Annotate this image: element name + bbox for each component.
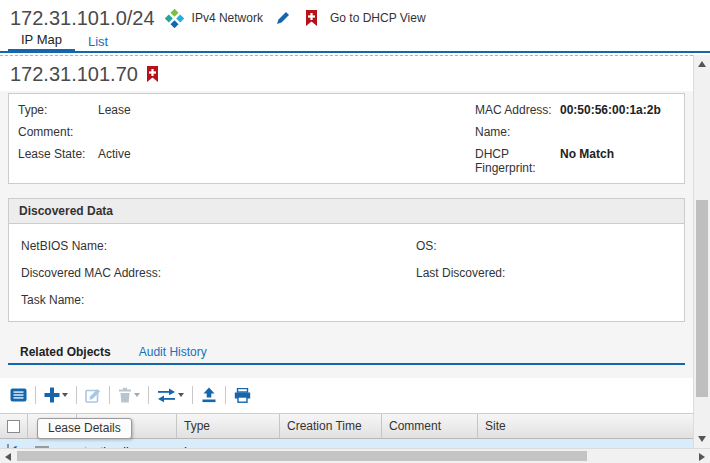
- scroll-down-arrow-icon[interactable]: [698, 436, 706, 442]
- field-value-mac-address: 00:50:56:00:1a:2b: [560, 103, 675, 117]
- main-tab-bar: IP Map List: [0, 30, 710, 53]
- related-tab-bar: Related Objects Audit History: [0, 332, 693, 359]
- add-dropdown-caret[interactable]: [62, 393, 68, 397]
- detail-content-panel: 172.31.101.70 Type: Lease MAC Address: 0…: [0, 55, 693, 448]
- network-type-label: IPv4 Network: [192, 11, 263, 25]
- related-objects-panel: Type Creation Time Comment Site Lease De…: [0, 378, 693, 448]
- toolbar-separator: [192, 386, 193, 404]
- tab-list[interactable]: List: [75, 31, 121, 51]
- tab-ip-map[interactable]: IP Map: [8, 29, 75, 53]
- lease-details-tooltip: Lease Details: [37, 418, 132, 439]
- summary-grid-icon[interactable]: [10, 388, 27, 402]
- field-label-mac-address: MAC Address:: [475, 103, 560, 117]
- discovered-data-header: Discovered Data: [9, 199, 684, 224]
- bookmark-add-icon[interactable]: [146, 66, 159, 83]
- export-icon[interactable]: [201, 387, 217, 403]
- field-label-os: OS:: [416, 239, 437, 253]
- toolbar-separator: [109, 386, 110, 404]
- discovered-data-body: NetBIOS Name: OS: Discovered MAC Address…: [9, 224, 684, 321]
- vertical-scrollbar[interactable]: [693, 55, 710, 448]
- field-label-dhcp-fingerprint: DHCP Fingerprint:: [475, 147, 560, 175]
- select-all-cell: [0, 414, 28, 438]
- related-objects-toolbar: [0, 378, 693, 413]
- edit-icon[interactable]: [85, 387, 101, 403]
- field-label-discovered-mac: Discovered MAC Address:: [21, 266, 161, 280]
- edit-pencil-icon[interactable]: [275, 10, 291, 26]
- page-title: 172.31.101.0/24: [10, 7, 155, 30]
- network-icon: [165, 9, 184, 28]
- tab-related-objects[interactable]: Related Objects: [20, 345, 111, 359]
- swap-dropdown-caret[interactable]: [178, 393, 184, 397]
- ip-title-row: 172.31.101.70: [0, 56, 693, 91]
- field-label-lease-state: Lease State:: [18, 147, 98, 161]
- scroll-left-arrow-icon[interactable]: [5, 453, 11, 461]
- discovered-data-section: Discovered Data NetBIOS Name: OS: Discov…: [8, 198, 685, 322]
- field-label-task-name: Task Name:: [21, 293, 84, 307]
- tab-audit-history[interactable]: Audit History: [139, 345, 207, 359]
- toolbar-separator: [225, 386, 226, 404]
- field-value-type: Lease: [98, 103, 475, 117]
- toolbar-separator: [35, 386, 36, 404]
- vertical-scrollbar-thumb[interactable]: [696, 200, 708, 397]
- field-label-netbios-name: NetBIOS Name:: [21, 239, 107, 253]
- field-value-lease-state: Active: [98, 147, 475, 161]
- ip-address-detail-page: 172.31.101.0/24 IPv4 Network Go to DHCP …: [0, 0, 710, 463]
- comment-column-header[interactable]: Comment: [382, 414, 478, 438]
- scroll-up-arrow-icon[interactable]: [698, 61, 706, 67]
- swap-arrows-icon[interactable]: [157, 388, 184, 403]
- horizontal-scrollbar[interactable]: [0, 448, 710, 463]
- site-column-header[interactable]: Site: [478, 414, 693, 438]
- toolbar-separator: [148, 386, 149, 404]
- type-column-header[interactable]: Type: [177, 414, 280, 438]
- field-label-last-discovered: Last Discovered:: [416, 266, 505, 280]
- field-value-dhcp-fingerprint: No Match: [560, 147, 675, 161]
- go-to-dhcp-view-link[interactable]: Go to DHCP View: [330, 11, 426, 25]
- delete-icon[interactable]: [118, 387, 140, 403]
- lease-properties-panel: Type: Lease MAC Address: 00:50:56:00:1a:…: [8, 93, 685, 184]
- horizontal-scrollbar-thumb[interactable]: [17, 451, 587, 461]
- add-icon[interactable]: [44, 387, 68, 403]
- table-row[interactable]: testing-linux Lease: [0, 439, 693, 448]
- select-all-checkbox[interactable]: [7, 420, 20, 433]
- page-header: 172.31.101.0/24 IPv4 Network Go to DHCP …: [0, 0, 710, 30]
- ip-address-title: 172.31.101.70: [10, 63, 138, 86]
- toolbar-separator: [76, 386, 77, 404]
- creation-time-column-header[interactable]: Creation Time: [280, 414, 382, 438]
- field-label-name: Name:: [475, 125, 560, 139]
- delete-dropdown-caret[interactable]: [134, 393, 140, 397]
- print-icon[interactable]: [234, 388, 251, 403]
- field-label-type: Type:: [18, 103, 98, 117]
- scroll-right-arrow-icon[interactable]: [699, 453, 705, 461]
- field-label-comment: Comment:: [18, 125, 98, 139]
- bookmark-add-icon[interactable]: [305, 10, 318, 27]
